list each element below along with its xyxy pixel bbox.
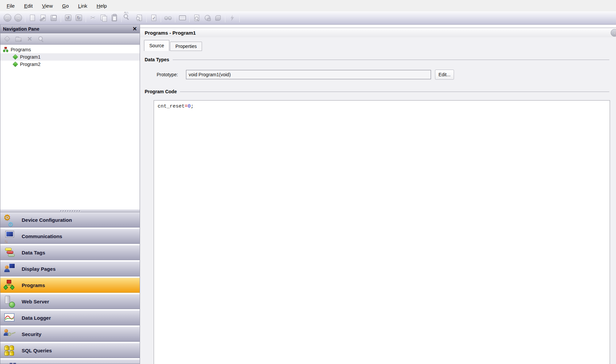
content-top-divider xyxy=(140,25,616,28)
menu-file[interactable]: File xyxy=(3,2,18,10)
new-document-icon[interactable] xyxy=(27,13,38,23)
menu-go[interactable]: Go xyxy=(59,2,72,10)
category-device-configuration[interactable]: ⚙⚙ Device Configuration xyxy=(0,212,140,227)
org-chart-icon xyxy=(4,279,16,291)
category-sql-queries[interactable]: SQL Queries xyxy=(0,343,140,358)
tree-item-programs-root[interactable]: Programs xyxy=(0,46,140,53)
paste-icon[interactable] xyxy=(109,13,120,23)
tree-item-program1[interactable]: Program1 xyxy=(0,53,140,61)
forward-icon[interactable]: → xyxy=(13,13,23,23)
source-tab-body: Data Types Prototype: Edit... Program Co… xyxy=(140,51,616,364)
find-icon[interactable] xyxy=(36,35,46,43)
web-update-icon[interactable] xyxy=(202,13,213,23)
toolbar-separator xyxy=(239,14,240,22)
menu-bar: File Edit View Go Link Help xyxy=(0,0,616,11)
verify-document-icon[interactable] xyxy=(148,13,159,23)
tree-item-program2[interactable]: Program2 xyxy=(0,61,140,68)
green-diamond-icon xyxy=(13,62,18,67)
section-title: Data Types xyxy=(145,57,169,62)
update-device-icon[interactable] xyxy=(227,13,238,23)
navigation-toolbar: ✕ xyxy=(0,33,140,45)
category-data-logger[interactable]: Data Logger xyxy=(0,310,140,325)
toolbar-separator xyxy=(225,14,225,22)
copy-icon[interactable] xyxy=(98,13,109,23)
navigation-pane-title: Navigation Pane xyxy=(3,26,133,32)
database-cylinders-icon xyxy=(4,345,16,357)
extract-icon[interactable] xyxy=(213,13,223,23)
prototype-row: Prototype: Edit... xyxy=(145,70,616,80)
new-item-icon[interactable] xyxy=(2,35,12,43)
program-code-editor[interactable]: cnt_reset=0; xyxy=(154,100,610,364)
code-operator: = xyxy=(185,104,188,109)
prototype-label: Prototype: xyxy=(157,72,186,77)
gears-icon: ⚙⚙ xyxy=(4,214,16,226)
content-header: Programs - Program1 ↓ xyxy=(140,28,616,37)
monitor-arrows-icon: ↑↓ xyxy=(4,230,16,242)
cut-icon[interactable]: ✂ xyxy=(88,13,98,23)
content-pane: Programs - Program1 ↓ Source Properties … xyxy=(140,25,616,364)
pane-splitter-grip[interactable] xyxy=(0,209,140,212)
find-in-document-icon[interactable] xyxy=(134,13,145,23)
category-web-server[interactable]: Web Server xyxy=(0,294,140,309)
data-types-section-header: Data Types xyxy=(145,57,616,62)
menu-view[interactable]: View xyxy=(39,2,56,10)
person-screen-icon xyxy=(4,263,16,275)
main-toolbar: ← → ↺ ↻ ✂ xyxy=(0,11,616,25)
category-communications[interactable]: ↑↓ Communications xyxy=(0,229,140,244)
monitor-view-icon[interactable] xyxy=(177,13,188,23)
navigation-pane: Navigation Pane ✕ ✕ Programs xyxy=(0,25,140,364)
navigation-tree: Programs Program1 Program2 xyxy=(0,45,140,209)
menu-help[interactable]: Help xyxy=(93,2,110,10)
application-window: File Edit View Go Link Help ← → ↺ ↻ ✂ xyxy=(0,0,616,364)
open-document-icon[interactable] xyxy=(38,13,48,23)
back-icon[interactable]: ← xyxy=(2,13,13,23)
code-terminator: ; xyxy=(191,104,194,109)
page-title: Programs - Program1 xyxy=(145,30,196,36)
zoom-document-icon[interactable] xyxy=(191,13,202,23)
tab-strip: Source Properties xyxy=(140,37,616,51)
navigation-pane-titlebar: Navigation Pane ✕ xyxy=(0,25,140,33)
green-diamond-icon xyxy=(13,54,18,60)
undo-icon[interactable]: ↺ xyxy=(63,13,73,23)
new-folder-icon[interactable] xyxy=(14,35,23,43)
redo-icon[interactable]: ↻ xyxy=(73,13,84,23)
org-chart-icon xyxy=(3,47,8,52)
save-document-icon[interactable] xyxy=(48,13,59,23)
close-icon[interactable]: ✕ xyxy=(133,26,137,32)
find-all-icon[interactable] xyxy=(123,13,134,23)
edit-button[interactable]: Edit... xyxy=(435,70,454,80)
category-display-pages[interactable]: Display Pages xyxy=(0,261,140,276)
navigate-down-icon[interactable]: ↓ xyxy=(611,29,616,37)
server-globe-icon xyxy=(4,296,16,308)
person-key-icon xyxy=(4,328,16,340)
toolbar-separator xyxy=(121,14,122,22)
tree-item-label: Program1 xyxy=(20,54,40,60)
toolbar-separator xyxy=(61,14,61,22)
category-security[interactable]: Security xyxy=(0,327,140,342)
tree-item-label: Program2 xyxy=(20,62,40,67)
menu-edit[interactable]: Edit xyxy=(21,2,36,10)
program-code-section-header: Program Code xyxy=(145,89,616,94)
category-data-tags[interactable]: Data Tags xyxy=(0,245,140,260)
toolbar-separator xyxy=(86,14,86,22)
tree-item-label: Programs xyxy=(11,47,31,52)
tab-properties[interactable]: Properties xyxy=(170,42,202,51)
toolbar-separator xyxy=(146,14,147,22)
delete-icon[interactable]: ✕ xyxy=(25,35,34,43)
section-title: Program Code xyxy=(145,89,177,94)
chart-icon xyxy=(4,312,16,324)
toolbar-separator xyxy=(161,14,161,22)
category-partial-next[interactable] xyxy=(0,359,140,364)
category-programs[interactable]: Programs xyxy=(0,278,140,293)
binoculars-watch-icon[interactable] xyxy=(163,13,173,23)
prototype-field[interactable] xyxy=(186,70,431,79)
category-button-stack: ⚙⚙ Device Configuration ↑↓ Communication… xyxy=(0,212,140,364)
code-number: 0 xyxy=(188,104,191,109)
section-rule xyxy=(173,60,609,60)
toolbar-separator xyxy=(175,14,175,22)
tab-source[interactable]: Source xyxy=(144,40,169,51)
tags-icon xyxy=(4,247,16,259)
code-identifier: cnt_reset xyxy=(158,104,185,109)
menu-link[interactable]: Link xyxy=(75,2,91,10)
toolbar-separator xyxy=(25,14,25,22)
